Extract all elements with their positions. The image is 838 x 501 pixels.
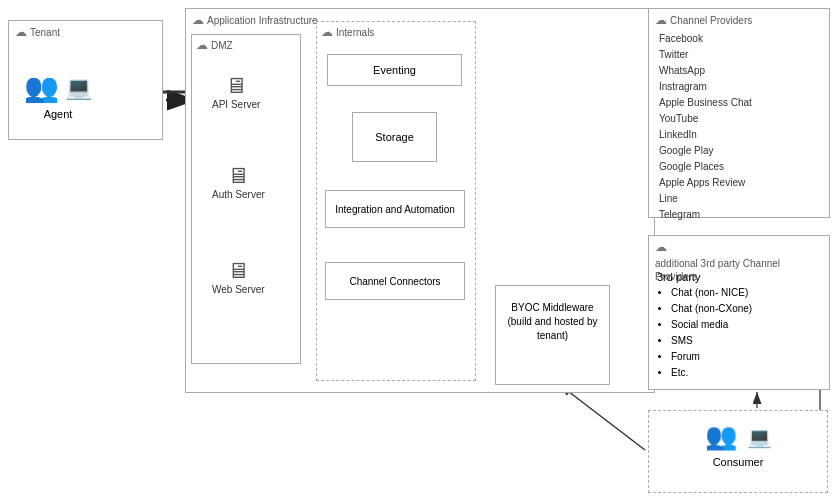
list-item: SMS xyxy=(671,333,829,349)
list-item: LinkedIn xyxy=(659,127,829,143)
list-item: Instragram xyxy=(659,79,829,95)
list-item: Social media xyxy=(671,317,829,333)
list-item: Twitter xyxy=(659,47,829,63)
additional-list: Chat (non- NICE) Chat (non-CXone) Social… xyxy=(649,285,829,381)
auth-server-icon: 🖥 xyxy=(227,165,249,187)
cloud-icon-dmz: ☁ xyxy=(196,38,208,52)
tenant-box: ☁ Tenant 👥 💻 Agent xyxy=(8,20,163,140)
consumer-laptop-icon: 💻 xyxy=(747,425,772,449)
list-item: YouTube xyxy=(659,111,829,127)
list-item: Etc. xyxy=(671,365,829,381)
storage-box: Storage xyxy=(352,112,437,162)
byoc-box: BYOC Middleware (build and hosted by ten… xyxy=(495,285,610,385)
app-infra-label: ☁ Application Infrastructure xyxy=(192,13,318,27)
byoc-label: BYOC Middleware (build and hosted by ten… xyxy=(501,301,604,343)
agent-label: Agent xyxy=(44,108,73,120)
cloud-icon-tenant: ☁ xyxy=(15,25,27,39)
web-server-label: Web Server xyxy=(212,284,265,295)
web-server-block: 🖥 Web Server xyxy=(212,260,265,295)
list-item: Telegram xyxy=(659,207,829,223)
auth-server-block: 🖥 Auth Server xyxy=(212,165,265,200)
eventing-box: Eventing xyxy=(327,54,462,86)
agent-laptop-icon: 💻 xyxy=(65,75,92,101)
dmz-label: ☁ DMZ xyxy=(196,38,233,52)
channel-providers-list: Facebook Twitter WhatsApp Instragram App… xyxy=(649,31,829,223)
internals-label: ☁ Internals xyxy=(321,25,374,39)
tenant-label: ☁ Tenant xyxy=(15,25,60,39)
cloud-icon-infra: ☁ xyxy=(192,13,204,27)
consumer-person-icon: 👥 xyxy=(705,421,737,452)
channel-providers-title: Channel Providers xyxy=(670,15,752,26)
consumer-box: 👥 💻 Consumer xyxy=(648,410,828,493)
eventing-label: Eventing xyxy=(373,64,416,76)
list-item: Apple Apps Review xyxy=(659,175,829,191)
channel-providers-label: ☁ Channel Providers xyxy=(655,13,752,27)
cloud-icon-additional: ☁ xyxy=(655,240,667,254)
channel-providers-box: ☁ Channel Providers Facebook Twitter Wha… xyxy=(648,8,830,218)
list-item: Chat (non- NICE) xyxy=(671,285,829,301)
integration-label: Integration and Automation xyxy=(335,204,455,215)
list-item: Chat (non-CXone) xyxy=(671,301,829,317)
internals-title: Internals xyxy=(336,27,374,38)
consumer-label: Consumer xyxy=(649,456,827,468)
list-item: Line xyxy=(659,191,829,207)
list-item: Apple Business Chat xyxy=(659,95,829,111)
additional-title: additional 3rd party Channel Providers xyxy=(655,257,825,283)
app-infra-title: Application Infrastructure xyxy=(207,15,318,26)
tenant-title: Tenant xyxy=(30,27,60,38)
storage-label: Storage xyxy=(375,131,414,143)
web-server-icon: 🖥 xyxy=(227,260,249,282)
list-item: Forum xyxy=(671,349,829,365)
auth-server-label: Auth Server xyxy=(212,189,265,200)
channel-connectors-box: Channel Connectors xyxy=(325,262,465,300)
diagram: ☁ Tenant 👥 💻 Agent ☁ Application Infrast… xyxy=(0,0,838,501)
cloud-icon-cp: ☁ xyxy=(655,13,667,27)
list-item: Google Places xyxy=(659,159,829,175)
agent-person-icon: 👥 xyxy=(24,71,59,104)
api-server-label: API Server xyxy=(212,99,260,110)
cloud-icon-internals: ☁ xyxy=(321,25,333,39)
list-item: Google Play xyxy=(659,143,829,159)
api-server-block: 🖥 API Server xyxy=(212,75,260,110)
api-server-icon: 🖥 xyxy=(225,75,247,97)
channel-connectors-label: Channel Connectors xyxy=(349,276,440,287)
integration-box: Integration and Automation xyxy=(325,190,465,228)
svg-line-31 xyxy=(560,385,645,450)
dmz-box: ☁ DMZ 🖥 API Server 🖥 Auth Server 🖥 Web S… xyxy=(191,34,301,364)
list-item: WhatsApp xyxy=(659,63,829,79)
agent-block: 👥 💻 Agent xyxy=(24,51,92,120)
list-item: Facebook xyxy=(659,31,829,47)
internals-box: ☁ Internals Eventing Storage Integration… xyxy=(316,21,476,381)
additional-box: ☁ additional 3rd party Channel Providers… xyxy=(648,235,830,390)
additional-label: ☁ additional 3rd party Channel Providers xyxy=(655,240,825,283)
dmz-title: DMZ xyxy=(211,40,233,51)
